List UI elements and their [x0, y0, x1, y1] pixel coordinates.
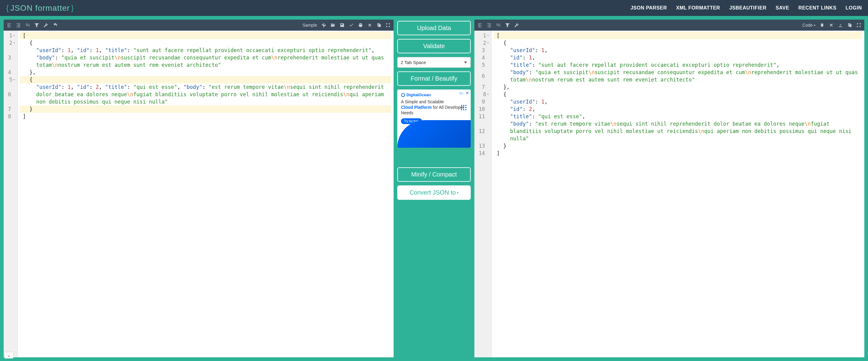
undo-icon[interactable]: [53, 23, 58, 28]
fold-icon[interactable]: ▾: [487, 32, 489, 39]
code-line[interactable]: {: [20, 39, 391, 47]
sort-icon[interactable]: [25, 23, 30, 28]
upload-data-button[interactable]: Upload Data: [397, 21, 471, 35]
indent-left-icon[interactable]: [7, 23, 12, 28]
caret-down-icon: ▾: [814, 24, 815, 27]
code-line[interactable]: }: [494, 142, 862, 149]
svg-point-0: [402, 93, 405, 96]
code-line[interactable]: }: [20, 105, 391, 113]
code-line[interactable]: {: [494, 91, 862, 98]
code-line[interactable]: ]: [20, 113, 391, 120]
left-pane: Sample 1▾2▾345▾678[{"userId": 1, "id": 1…: [4, 20, 394, 357]
format-beautify-button[interactable]: Format / Beautify: [397, 72, 471, 86]
nav-login[interactable]: LOGIN: [846, 5, 862, 11]
usb-icon[interactable]: [321, 23, 326, 28]
minify-compact-button[interactable]: Minify / Compact: [397, 167, 471, 182]
clear-icon[interactable]: [367, 23, 372, 28]
copy-icon[interactable]: [847, 23, 852, 28]
code-line[interactable]: {: [494, 39, 862, 47]
header: JSON formatter JSON PARSER XML FORMATTER…: [0, 0, 868, 16]
logo[interactable]: JSON formatter: [6, 3, 74, 13]
indent-left-icon[interactable]: [477, 23, 483, 28]
code-line[interactable]: "title": "qui est esse",: [494, 113, 862, 120]
code-line[interactable]: },: [494, 83, 862, 91]
left-editor[interactable]: 1▾2▾345▾678[{"userId": 1, "id": 1, "titl…: [4, 31, 394, 357]
nav-save[interactable]: SAVE: [776, 5, 789, 11]
caret-down-icon: ▾: [457, 191, 459, 194]
print-icon[interactable]: [358, 23, 363, 28]
convert-json-dropdown[interactable]: Convert JSON to▾: [397, 186, 471, 200]
code-line[interactable]: "body": "est rerum tempore vitae\nsequi …: [494, 120, 862, 142]
code-line[interactable]: },: [20, 68, 391, 76]
filter-icon[interactable]: [34, 23, 39, 28]
indent-right-icon[interactable]: [16, 23, 21, 28]
code-line[interactable]: [: [20, 32, 391, 39]
main-content: Sample 1▾2▾345▾678[{"userId": 1, "id": 1…: [0, 16, 868, 361]
sample-dropdown[interactable]: Sample: [303, 23, 317, 28]
fullscreen-icon[interactable]: [385, 23, 391, 28]
ad-decoration-dots: [461, 105, 466, 110]
tab-space-select-wrap: 2 Tab Space: [397, 57, 471, 68]
fullscreen-icon[interactable]: [856, 23, 861, 28]
code-line[interactable]: "userId": 1, "id": 2, "title": "qui est …: [20, 83, 391, 105]
nav-json-parser[interactable]: JSON PARSER: [630, 5, 667, 11]
top-nav: JSON PARSER XML FORMATTER JSBEAUTIFIER S…: [630, 5, 862, 11]
chevron-down-icon: ⌄: [7, 353, 11, 358]
wrench-icon[interactable]: [514, 23, 519, 28]
nav-recent-links[interactable]: RECENT LINKS: [799, 5, 836, 11]
expand-chevron[interactable]: ⌄: [4, 352, 13, 359]
code-line[interactable]: "body": "quia et suscipit\nsuscipit recu…: [494, 68, 862, 83]
ad-banner[interactable]: ▷ ✕ DigitalOcean A Simple and Scalable C…: [397, 89, 471, 148]
fold-icon[interactable]: ▾: [487, 39, 489, 47]
digitalocean-icon: [401, 93, 405, 97]
filter-icon[interactable]: [505, 23, 510, 28]
code-line[interactable]: {: [20, 76, 391, 83]
nav-xml-formatter[interactable]: XML FORMATTER: [676, 5, 720, 11]
left-toolbar: Sample: [4, 20, 394, 31]
code-line[interactable]: ]: [494, 149, 862, 157]
right-pane: Code ▾ 1▾2▾345678▾91011121314[{"userId":…: [474, 20, 864, 357]
center-controls: Upload Data Validate 2 Tab Space Format …: [397, 20, 471, 357]
copy-icon[interactable]: [376, 23, 381, 28]
right-toolbar: Code ▾: [474, 20, 864, 31]
tab-space-select[interactable]: 2 Tab Space: [397, 57, 471, 68]
folder-open-icon[interactable]: [331, 23, 336, 28]
fold-icon[interactable]: ▾: [13, 76, 15, 83]
code-line[interactable]: "userId": 1,: [494, 47, 862, 54]
ad-text: A Simple and Scalable Cloud Platform for…: [401, 99, 467, 116]
ad-controls: ▷ ✕: [460, 91, 469, 95]
right-editor[interactable]: 1▾2▾345678▾91011121314[{"userId": 1,"id"…: [474, 31, 864, 357]
save-icon[interactable]: [340, 23, 345, 28]
fold-icon[interactable]: ▾: [487, 91, 489, 98]
code-line[interactable]: "id": 1,: [494, 54, 862, 61]
code-line[interactable]: [: [494, 32, 862, 39]
code-line[interactable]: "id": 2,: [494, 105, 862, 113]
bug-icon[interactable]: [819, 23, 825, 28]
check-icon[interactable]: [349, 23, 354, 28]
code-line[interactable]: "userId": 1,: [494, 98, 862, 105]
ad-close-icon[interactable]: ✕: [466, 91, 469, 95]
code-dropdown[interactable]: Code ▾: [803, 23, 815, 28]
download-icon[interactable]: [838, 23, 843, 28]
code-line[interactable]: "title": "sunt aut facere repellat provi…: [494, 61, 862, 68]
clear-icon[interactable]: [829, 23, 834, 28]
code-line[interactable]: "userId": 1, "id": 1, "title": "sunt aut…: [20, 47, 391, 68]
nav-jsbeautifier[interactable]: JSBEAUTIFIER: [730, 5, 767, 11]
ad-brand: DigitalOcean: [401, 92, 467, 97]
validate-button[interactable]: Validate: [397, 39, 471, 53]
ad-info-icon[interactable]: ▷: [460, 91, 463, 95]
wrench-icon[interactable]: [43, 23, 49, 28]
fold-icon[interactable]: ▾: [13, 32, 15, 39]
indent-right-icon[interactable]: [487, 23, 492, 28]
fold-icon[interactable]: ▾: [13, 39, 15, 47]
sort-icon[interactable]: [496, 23, 501, 28]
